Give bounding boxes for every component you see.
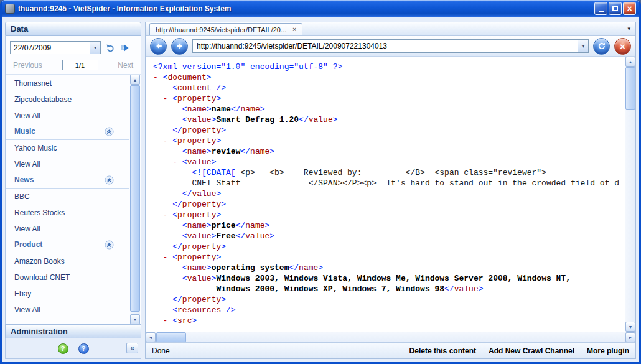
xml-punctuation: < (172, 210, 177, 220)
xml-tag-name: src (177, 316, 192, 325)
maximize-icon (612, 6, 618, 11)
collapse-marker-icon[interactable]: - (172, 157, 182, 167)
channel-list: ThomasnetZipcodedatabaseView AllMusicYah… (6, 74, 141, 324)
xml-tag-name: property (177, 94, 216, 103)
forward-button[interactable] (171, 38, 188, 55)
stop-button[interactable]: × (614, 38, 631, 55)
collapse-marker-icon[interactable]: - (163, 210, 173, 220)
back-button[interactable] (150, 38, 167, 55)
status-action-delete-this-content[interactable]: Delete this content (409, 347, 476, 355)
browser-tab[interactable]: http://thuannd:9245/vietspider/DETAIL/20… (149, 23, 302, 35)
xml-space (153, 200, 172, 209)
xml-space (153, 274, 182, 283)
sidebar-item-download-cnet[interactable]: Download CNET (6, 269, 129, 286)
page-input[interactable] (62, 60, 98, 70)
xml-space (153, 253, 163, 262)
help-icon[interactable]: ? (58, 343, 68, 354)
xml-punctuation: > (216, 94, 221, 103)
sidebar-item-view-all[interactable]: View All (6, 156, 129, 172)
scrollbar-thumb[interactable] (130, 85, 140, 312)
sidebar-item-view-all[interactable]: View All (6, 108, 129, 124)
close-window-button[interactable]: × (623, 2, 636, 15)
scroll-up-icon[interactable]: ▲ (625, 57, 635, 67)
xml-punctuation: > (207, 147, 212, 156)
content-vertical-scrollbar[interactable]: ▲ ▼ (625, 57, 635, 332)
xml-punctuation: < (182, 157, 187, 167)
xml-line: <![CDATA[ <p> <b> Reviewed by: </B> <spa… (153, 167, 625, 178)
xml-punctuation: </ (299, 115, 309, 124)
administration-pane-header[interactable]: Administration (5, 324, 141, 338)
xml-punctuation: </ (172, 295, 182, 304)
status-action-add-new-crawl-channel[interactable]: Add New Crawl Channel (489, 347, 574, 355)
date-picker[interactable]: 22/07/2009 ▼ (10, 41, 101, 54)
xml-line: <resources /> (153, 305, 625, 315)
sidebar-item-view-all[interactable]: View All (6, 221, 129, 237)
scroll-up-icon[interactable]: ▲ (130, 75, 140, 85)
sidebar-scrollbar[interactable]: ▲ ▼ (130, 75, 140, 324)
title-bar: thuannd:9245 - VietSpider - Information … (2, 0, 639, 17)
sidebar-item-amazon-books[interactable]: Amazon Books (6, 253, 129, 269)
undo-icon[interactable] (105, 42, 116, 54)
xml-punctuation: </ (444, 284, 454, 294)
app-window: thuannd:9245 - VietSpider - Information … (0, 0, 641, 364)
info-icon[interactable]: ? (78, 343, 89, 354)
sidebar-item-reuters-stocks[interactable]: Reuters Stocks (6, 205, 129, 221)
xml-tag-name: resources (177, 306, 221, 315)
sidebar-item-thomasnet[interactable]: Thomasnet (6, 75, 129, 91)
scroll-down-icon[interactable]: ▼ (130, 314, 140, 324)
section-label: News (14, 172, 34, 188)
tab-list-chevron-icon[interactable]: ▾ (627, 26, 630, 32)
data-pane-header[interactable]: Data (5, 22, 141, 36)
date-dropdown-icon[interactable]: ▼ (90, 42, 100, 54)
go-arrow-icon[interactable] (119, 42, 131, 54)
xml-line: - <document> (153, 72, 625, 83)
sidebar-item-zipcodedatabase[interactable]: Zipcodedatabase (6, 91, 129, 108)
xml-line: - <src> (153, 315, 625, 326)
xml-punctuation: < (172, 94, 177, 103)
xml-tag-name: name (187, 105, 207, 114)
sidebar-item-bbc[interactable]: BBC (6, 189, 129, 205)
tab-close-icon[interactable]: × (292, 26, 296, 33)
collapse-section-icon[interactable] (105, 240, 115, 250)
collapse-marker-icon[interactable]: - (153, 73, 163, 82)
collapse-marker-icon[interactable]: - (163, 136, 173, 146)
xml-punctuation: < (182, 105, 187, 114)
content-horizontal-scrollbar[interactable]: ◄ ► (146, 332, 635, 342)
xml-line: - <property> (153, 136, 625, 146)
xml-punctuation: > (260, 105, 265, 114)
xml-tag-name: value (245, 231, 269, 241)
collapse-section-icon[interactable] (105, 175, 115, 185)
scrollbar-thumb[interactable] (156, 332, 186, 342)
sidebar-item-ebay[interactable]: Ebay (6, 286, 129, 302)
next-button[interactable]: Next (118, 61, 133, 70)
xml-punctuation: > (207, 105, 212, 114)
xml-punctuation: </ (172, 242, 182, 251)
xml-punctuation: > (269, 231, 274, 241)
xml-punctuation: > (333, 115, 338, 124)
xml-line: - <property> (153, 252, 625, 263)
collapse-section-icon[interactable] (105, 127, 115, 137)
maximize-button[interactable] (609, 2, 622, 15)
status-action-more-plugin[interactable]: More plugin (587, 347, 629, 355)
collapse-sidebar-button[interactable]: « (126, 343, 138, 353)
refresh-button[interactable] (593, 38, 610, 55)
collapse-marker-icon[interactable]: - (163, 316, 173, 325)
previous-button[interactable]: Previous (13, 61, 42, 70)
collapse-marker-icon[interactable]: - (163, 94, 173, 103)
xml-tag-name: content (177, 83, 212, 93)
minimize-button[interactable] (594, 2, 607, 15)
xml-tag-name: property (177, 136, 216, 146)
scroll-down-icon[interactable]: ▼ (625, 322, 635, 332)
scrollbar-thumb[interactable] (625, 67, 635, 110)
xml-tag-name: property (182, 200, 221, 209)
xml-space (153, 284, 216, 294)
address-input[interactable] (193, 42, 578, 50)
collapse-marker-icon[interactable]: - (163, 253, 173, 262)
sidebar-item-yahoo-music[interactable]: Yahoo Music (6, 140, 129, 156)
client-area: Data 22/07/2009 ▼ Previous (2, 17, 639, 362)
address-dropdown-icon[interactable]: ▼ (578, 40, 588, 52)
xml-line: </property> (153, 125, 625, 136)
sidebar-item-view-all[interactable]: View All (6, 302, 129, 318)
scroll-right-icon[interactable]: ► (625, 332, 635, 342)
scroll-left-icon[interactable]: ◄ (146, 332, 156, 342)
